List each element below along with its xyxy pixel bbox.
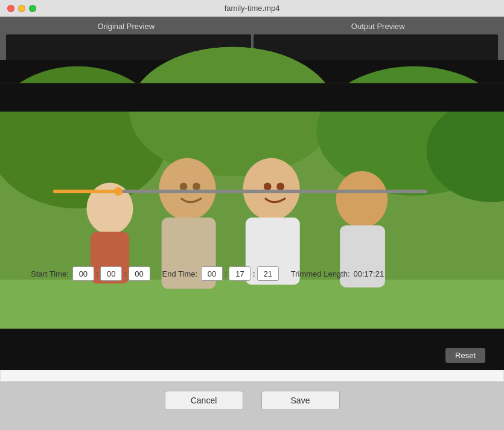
trimmed-length-group: Trimmed Length: 00:17:21 — [291, 269, 384, 278]
trimmed-length-value: 00:17:21 — [354, 269, 384, 278]
start-time-group: Start Time: : : — [31, 266, 150, 281]
start-second-input[interactable] — [129, 266, 150, 281]
end-sep-1: : — [225, 269, 227, 278]
output-preview-panel — [254, 34, 499, 179]
video-section: Original Preview Output Preview — [0, 17, 504, 204]
trim-settings: Start Time: : : End Time: : — [13, 236, 491, 369]
start-time-label: Start Time: — [31, 269, 69, 278]
time-inputs-row: Start Time: : : End Time: : — [13, 266, 491, 281]
end-second-input[interactable] — [257, 266, 279, 281]
trimmed-length-label: Trimmed Length: — [291, 269, 350, 278]
progress-bar[interactable] — [53, 190, 427, 193]
trim-tab-content: Start Time: : : End Time: : — [0, 224, 504, 382]
start-time-fields: : : — [72, 266, 150, 281]
end-hour-input[interactable] — [201, 266, 223, 281]
reset-button-row: Reset — [445, 348, 485, 363]
progress-fill — [53, 190, 118, 193]
preview-panels — [0, 34, 504, 179]
end-time-fields: : : — [201, 266, 279, 281]
end-minute-input[interactable] — [229, 266, 250, 281]
end-time-label: End Time: — [162, 269, 198, 278]
start-sep-2: : — [124, 269, 126, 278]
reset-button[interactable]: Reset — [445, 348, 485, 363]
progress-thumb[interactable] — [114, 187, 123, 196]
start-hour-input[interactable] — [72, 266, 94, 281]
start-sep-1: : — [96, 269, 98, 278]
svg-rect-27 — [254, 83, 499, 112]
end-time-group: End Time: : : — [162, 266, 279, 281]
start-minute-input[interactable] — [100, 266, 122, 281]
output-video-frame — [254, 34, 499, 179]
end-sep-2: : — [252, 269, 255, 278]
